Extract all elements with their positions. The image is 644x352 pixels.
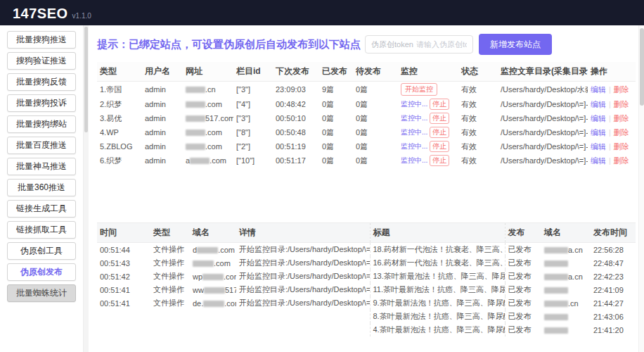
log-type: 文件操作 xyxy=(150,270,190,283)
site-row: 1.帝国admin.cn["3"]23:09:039篇0篇开始监控有效/User… xyxy=(97,82,636,98)
log-detail xyxy=(236,323,370,337)
edit-link[interactable]: 编辑 xyxy=(591,85,606,94)
logs-column-header: 标题 xyxy=(370,223,505,243)
redacted-domain xyxy=(203,301,224,307)
log-publish-status: 已发布 xyxy=(505,270,541,283)
action-divider: | xyxy=(609,85,611,94)
token-input-box[interactable]: 伪原创token xyxy=(365,35,473,54)
log-domain: wp.com xyxy=(190,270,236,283)
sidebar-scrollbar-thumb[interactable] xyxy=(84,27,88,132)
sidebar-item-7[interactable]: 批量神马推送 xyxy=(7,158,76,175)
delete-link[interactable]: 删除 xyxy=(614,128,629,137)
stop-monitor-button[interactable]: 停止 xyxy=(430,141,449,152)
sites-column-header: 类型 xyxy=(97,62,142,82)
sites-column-header: 监控 xyxy=(398,62,458,82)
redacted-domain xyxy=(544,274,568,280)
edit-link[interactable]: 编辑 xyxy=(591,100,606,108)
sidebar-item-2[interactable]: 搜狗验证推送 xyxy=(7,52,76,70)
log-type xyxy=(150,323,190,337)
delete-link[interactable]: 删除 xyxy=(614,142,629,151)
logs-column-header: 域名 xyxy=(541,223,591,243)
sidebar-item-6[interactable]: 批量百度推送 xyxy=(7,137,76,154)
site-monitor-dir: /Users/hardy/Desktop/\=]-P09... xyxy=(498,111,588,125)
app-body: 批量搜狗推送搜狗验证推送批量搜狗反馈批量搜狗投诉批量搜狗绑站批量百度推送批量神马… xyxy=(0,25,644,352)
delete-link[interactable]: 删除 xyxy=(614,100,629,108)
sidebar-item-11[interactable]: 伪原创工具 xyxy=(7,242,76,260)
edit-link[interactable]: 编辑 xyxy=(591,142,606,151)
log-detail: 开始监控目录:/Users/hardy/Desktop/\=]-P09Q1\K.… xyxy=(236,296,370,310)
edit-link[interactable]: 编辑 xyxy=(591,114,606,122)
site-url: 517.com xyxy=(183,111,233,125)
delete-link[interactable]: 删除 xyxy=(614,85,629,94)
sidebar-item-8[interactable]: 批量360推送 xyxy=(7,179,76,196)
site-type: 1.帝国 xyxy=(97,82,142,98)
sidebar-item-13[interactable]: 批量蜘蛛统计 xyxy=(7,284,76,302)
log-type: 文件操作 xyxy=(150,296,190,310)
log-publish-domain xyxy=(541,323,591,337)
token-input[interactable] xyxy=(416,40,467,49)
sidebar-item-9[interactable]: 链接生成工具 xyxy=(7,200,76,218)
site-row: 2.织梦admin.com["4"]00:48:420篇0篇监控中...停止有效… xyxy=(97,97,636,111)
log-publish-domain xyxy=(541,256,591,270)
log-row: 8.茶叶最新泡法！抗癌、降三高、降尿酸效力涨十…已发布21:43:06 xyxy=(97,310,636,323)
log-row: 4.茶叶最新泡法！抗癌、降三高、降尿酸效力涨十…已发布21:41:20 xyxy=(97,323,636,337)
sidebar-item-1[interactable]: 批量搜狗推送 xyxy=(7,31,76,49)
edit-link[interactable]: 编辑 xyxy=(591,156,606,165)
logs-column-header: 发布时间 xyxy=(591,223,636,243)
stop-monitor-button[interactable]: 停止 xyxy=(430,127,449,138)
sites-column-header: 操作 xyxy=(588,62,636,82)
log-time xyxy=(97,310,150,323)
site-published-count: 9篇 xyxy=(319,82,353,98)
sidebar-item-10[interactable]: 链接抓取工具 xyxy=(7,221,76,239)
monitoring-status-label: 监控中... xyxy=(401,100,427,108)
redacted-domain xyxy=(190,158,210,164)
sites-column-header: 用户名 xyxy=(142,62,183,82)
log-publish-domain xyxy=(541,310,591,323)
log-publish-time: 22:48:47 xyxy=(591,256,636,270)
log-detail: 开始监控目录:/Users/hardy/Desktop/\=]-P09Q1\K.… xyxy=(236,270,370,283)
site-status: 有效 xyxy=(458,82,498,98)
log-detail: 开始监控目录:/Users/hardy/Desktop/\=]-P09Q1\K.… xyxy=(236,283,370,296)
log-publish-domain: .cn xyxy=(541,296,591,310)
log-publish-status: 已发布 xyxy=(505,256,541,270)
log-domain: .com xyxy=(190,256,236,270)
site-user: admin xyxy=(142,125,183,139)
log-publish-status: 已发布 xyxy=(505,243,541,257)
site-status: 有效 xyxy=(458,153,498,168)
edit-link[interactable]: 编辑 xyxy=(591,128,606,137)
site-monitor-dir: /Users/hardy/Desktop/\=]-P09... xyxy=(498,139,588,153)
stop-monitor-button[interactable]: 停止 xyxy=(430,113,449,124)
site-url: .com xyxy=(183,139,233,153)
log-time: 00:51:41 xyxy=(97,296,150,310)
action-divider: | xyxy=(609,142,611,151)
sidebar-item-12[interactable]: 伪原创发布 xyxy=(7,263,76,281)
app-header: 147SEO v1.1.0 xyxy=(0,0,644,25)
delete-link[interactable]: 删除 xyxy=(614,114,629,122)
site-actions: 编辑|删除 xyxy=(588,111,636,125)
site-monitor-cell: 监控中...停止 xyxy=(398,125,458,139)
sidebar-item-3[interactable]: 批量搜狗反馈 xyxy=(7,73,76,91)
site-monitor-cell: 监控中...停止 xyxy=(398,97,458,111)
delete-link[interactable]: 删除 xyxy=(614,156,629,165)
sidebar-scrollbar[interactable] xyxy=(84,25,89,352)
start-monitor-button[interactable]: 开始监控 xyxy=(401,83,437,96)
redacted-domain xyxy=(544,247,568,253)
stop-monitor-button[interactable]: 停止 xyxy=(430,99,449,110)
site-column-id: ["3"] xyxy=(233,82,273,98)
site-next-publish-time: 00:51:17 xyxy=(273,153,319,168)
sidebar-item-4[interactable]: 批量搜狗投诉 xyxy=(7,94,76,112)
add-site-button[interactable]: 新增发布站点 xyxy=(479,34,552,55)
action-divider: | xyxy=(609,128,611,137)
vertical-scrollbar[interactable] xyxy=(638,25,644,352)
site-type: 5.ZBLOG xyxy=(97,139,142,153)
sidebar-item-5[interactable]: 批量搜狗绑站 xyxy=(7,115,76,133)
sites-column-header: 栏目id xyxy=(233,62,273,82)
log-title: 8.茶叶最新泡法！抗癌、降三高、降尿酸效力涨十… xyxy=(370,310,505,323)
vertical-scrollbar-thumb[interactable] xyxy=(640,28,644,106)
site-next-publish-time: 00:50:10 xyxy=(273,111,319,125)
stop-monitor-button[interactable]: 停止 xyxy=(430,155,449,166)
log-detail xyxy=(236,310,370,323)
logs-column-header: 类型 xyxy=(150,223,190,243)
redacted-domain xyxy=(544,287,568,294)
site-published-count: 0篇 xyxy=(319,111,353,125)
